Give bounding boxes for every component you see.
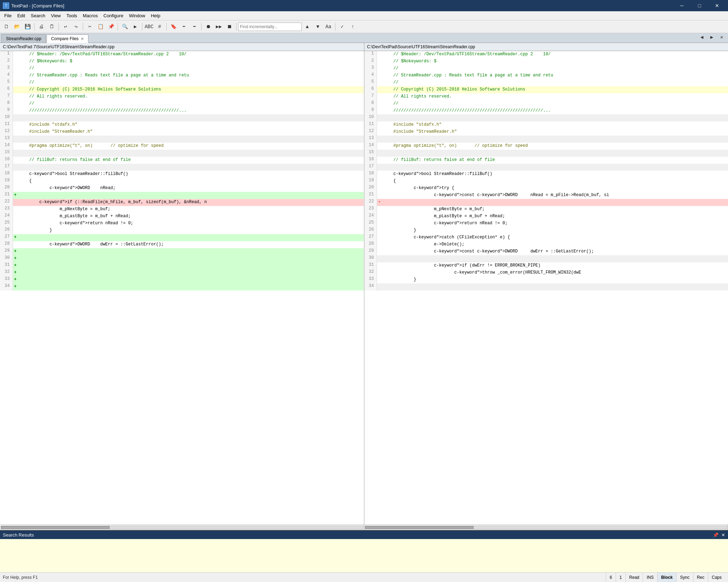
diff-marker (13, 121, 18, 129)
tab-compare-files-close[interactable]: ✕ (81, 37, 84, 41)
left-path-bar: C:\Dev\TextPad 7\Source\UTF16Stream\Stre… (0, 43, 364, 51)
prev-bookmark-button[interactable]: ⬅ (179, 22, 189, 32)
search-results-close[interactable]: ✕ (721, 532, 725, 538)
code-line: // (18, 79, 364, 86)
line-number: 33 (364, 276, 377, 283)
code-line (18, 192, 364, 199)
redo-button[interactable]: ↪ (71, 22, 81, 32)
diff-marker: + (13, 192, 18, 199)
editor-area: C:\Dev\TextPad 7\Source\UTF16Stream\Stre… (0, 43, 728, 530)
code-line (382, 199, 728, 206)
toolbar-separator-4 (118, 23, 118, 31)
code-line: ////////////////////////////////////////… (18, 107, 364, 114)
search-prev-button[interactable]: ▲ (302, 22, 312, 32)
menu-edit[interactable]: Edit (14, 12, 28, 20)
diff-marker (377, 171, 382, 178)
menu-macros[interactable]: Macros (80, 12, 101, 20)
code-line: c-keyword">DWORD nRead; (18, 185, 364, 192)
find-next-button[interactable]: ▶ (130, 22, 140, 32)
diff-marker: - (377, 199, 382, 206)
left-hscroll[interactable] (0, 525, 364, 530)
code-line: #include "stdafx.h" (18, 121, 364, 129)
code-line: { (18, 178, 364, 185)
code-line: m_pLastByte = m_buf + nRead; (18, 213, 364, 220)
menu-configure[interactable]: Configure (101, 12, 126, 20)
close-button[interactable]: ✕ (709, 0, 725, 11)
minimize-button[interactable]: ─ (674, 0, 690, 11)
search-results-pin[interactable]: 📌 (713, 532, 718, 538)
menu-view[interactable]: View (48, 12, 64, 20)
save-button[interactable]: 💾 (23, 22, 32, 32)
code-line (18, 136, 364, 143)
diff-marker (13, 178, 18, 185)
code-line (382, 283, 728, 290)
status-block: Block (657, 572, 676, 582)
line-number: 28 (0, 241, 13, 248)
check-button[interactable]: ✓ (337, 22, 347, 32)
left-hscroll-thumb[interactable] (1, 526, 110, 529)
match-case-button[interactable]: Aa (323, 22, 333, 32)
status-sync: Sync (676, 572, 693, 582)
line-number: 23 (0, 206, 13, 213)
word-count-button[interactable]: # (155, 22, 165, 32)
line-number: 19 (364, 178, 377, 185)
line-number: 1 (0, 51, 13, 58)
diff-marker (13, 129, 18, 136)
code-line: // (18, 100, 364, 107)
open-button[interactable]: 📂 (12, 22, 22, 32)
left-hscroll-track[interactable] (1, 526, 363, 529)
right-hscroll-thumb[interactable] (365, 526, 474, 529)
code-line: } (382, 276, 728, 283)
diff-marker (13, 164, 18, 171)
up-button[interactable]: ↑ (348, 22, 358, 32)
line-number: 18 (0, 171, 13, 178)
cut-button[interactable]: ✂ (85, 22, 95, 32)
line-number: 28 (364, 241, 377, 248)
right-code-panel[interactable]: 1 // $Header: /Dev/TextPad/UTF16Stream/S… (364, 51, 728, 524)
diff-marker (13, 86, 18, 93)
line-number: 8 (0, 100, 13, 107)
menu-tools[interactable]: Tools (64, 12, 80, 20)
search-input[interactable] (238, 23, 302, 31)
tab-scroll-left[interactable]: ◀ (697, 32, 707, 42)
toolbar-separator-5 (142, 23, 142, 31)
code-line: c-keyword">return nRead != 0; (382, 220, 728, 227)
paste-button[interactable]: 📌 (106, 22, 116, 32)
menu-search[interactable]: Search (28, 12, 48, 20)
line-number: 31 (364, 262, 377, 269)
tab-close-all[interactable]: ✕ (717, 32, 727, 42)
new-button[interactable]: 🗋 (1, 22, 11, 32)
menu-window[interactable]: Window (126, 12, 148, 20)
maximize-button[interactable]: □ (691, 0, 708, 11)
menu-help[interactable]: Help (148, 12, 163, 20)
line-number: 11 (364, 121, 377, 129)
right-hscroll[interactable] (364, 525, 728, 530)
line-number: 20 (0, 185, 13, 192)
menu-file[interactable]: File (1, 12, 14, 20)
tab-streamreader[interactable]: StreamReader.cpp (1, 34, 46, 43)
bookmark-button[interactable]: 🔖 (168, 22, 178, 32)
line-number: 2 (0, 58, 13, 65)
tab-scroll-right[interactable]: ▶ (707, 32, 717, 42)
diff-marker (13, 72, 18, 79)
print-preview-button[interactable]: 🗒 (47, 22, 57, 32)
diff-marker (13, 150, 18, 157)
tab-compare-files[interactable]: Compare Files ✕ (47, 35, 88, 43)
next-bookmark-button[interactable]: ➡ (190, 22, 199, 32)
play-button[interactable]: ▶▶ (214, 22, 224, 32)
left-code-panel[interactable]: 1 // $Header: /Dev/TextPad/UTF16Stream/S… (0, 51, 364, 524)
stop-button[interactable]: ⏹ (224, 22, 234, 32)
spell-button[interactable]: ABC (144, 22, 154, 32)
undo-button[interactable]: ↩ (61, 22, 70, 32)
copy-button[interactable]: 📋 (95, 22, 105, 32)
line-number: 25 (364, 220, 377, 227)
path-bars: C:\Dev\TextPad 7\Source\UTF16Stream\Stre… (0, 43, 728, 51)
search-next-button[interactable]: ▼ (313, 22, 323, 32)
line-number: 3 (364, 65, 377, 72)
print-button[interactable]: 🖨 (36, 22, 46, 32)
right-hscroll-track[interactable] (365, 526, 727, 529)
code-line: // StreamReader.cpp : Reads text file a … (382, 72, 728, 79)
find-button[interactable]: 🔍 (120, 22, 130, 32)
diff-marker (377, 136, 382, 143)
record-button[interactable]: ⏺ (203, 22, 213, 32)
